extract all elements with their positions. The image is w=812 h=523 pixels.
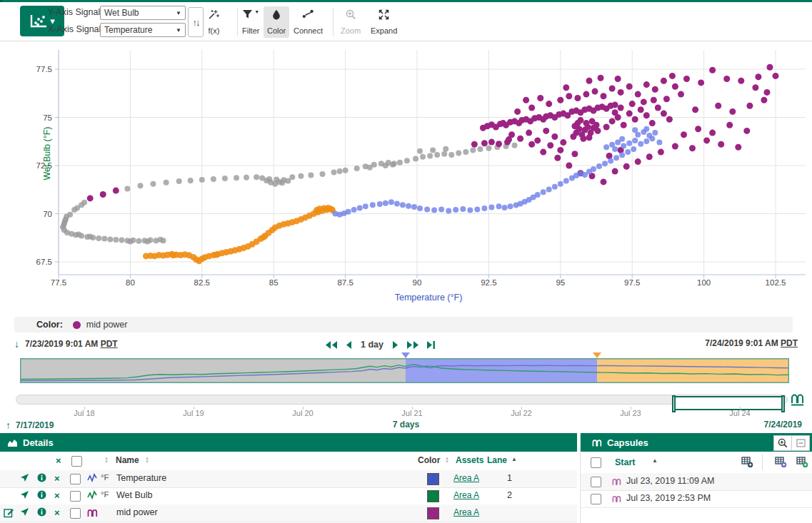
info-icon[interactable] xyxy=(37,490,46,502)
asset-link[interactable]: Area A xyxy=(453,507,479,517)
zoom-magnifier-icon xyxy=(346,9,356,20)
step-forward-full-icon[interactable] xyxy=(406,340,419,350)
sort-ascending-icon[interactable]: ▲ xyxy=(511,456,517,462)
details-row-temperature[interactable]: × °F Temperature Area A 1 xyxy=(0,470,577,488)
header-divider xyxy=(762,455,763,470)
capsules-icon xyxy=(592,437,602,447)
capsule-checkbox[interactable] xyxy=(591,494,601,504)
unit-label: °F xyxy=(101,473,109,482)
fx-button[interactable]: f(x) xyxy=(204,6,224,38)
x-axis-title: Temperature (°F) xyxy=(336,293,521,303)
info-icon[interactable] xyxy=(37,507,46,519)
svg-text:97.5: 97.5 xyxy=(624,278,640,287)
scatter-chart[interactable]: 77.58082.58587.59092.59597.5100102.567.5… xyxy=(0,41,812,317)
capsules-zoom-button[interactable] xyxy=(773,435,792,451)
navigate-icon[interactable] xyxy=(20,507,29,519)
zoom-button[interactable]: Zoom xyxy=(337,6,364,38)
capsule-checkbox[interactable] xyxy=(591,477,601,487)
legend-label: Color: xyxy=(36,320,63,330)
color-swatch[interactable] xyxy=(427,473,439,485)
capsules-column-header: Start ▲ xyxy=(581,452,812,474)
details-row-mid-power[interactable]: × mid power Area A xyxy=(0,504,577,522)
connect-button[interactable]: Connect xyxy=(290,6,326,38)
time-scrollbar-track[interactable] xyxy=(16,395,788,405)
capsule-row[interactable]: Jul 23, 2019 11:09 AM xyxy=(581,473,812,491)
assets-column-header[interactable]: Assets xyxy=(456,455,483,465)
range-start-arrow-icon[interactable]: ↓ xyxy=(14,338,19,350)
select-all-checkbox[interactable] xyxy=(71,456,82,467)
scatter-plot-canvas[interactable]: 77.58082.58587.59092.59597.5100102.567.5… xyxy=(0,41,812,317)
display-range-row: ↓ 7/23/2019 9:01 AM PDT 1 day 7/24/2019 … xyxy=(0,335,812,354)
lane-column-header[interactable]: Lane xyxy=(487,455,507,465)
sort-icon[interactable]: ▲▼ xyxy=(145,457,149,464)
expand-arrows-icon xyxy=(379,9,389,20)
svg-text:87.5: 87.5 xyxy=(337,278,353,287)
svg-text:100: 100 xyxy=(697,278,711,287)
timezone-link[interactable]: PDT xyxy=(101,339,118,349)
details-panel-header: Details xyxy=(0,433,577,452)
range-start-text[interactable]: 7/23/2019 9:01 AM PDT xyxy=(25,339,118,349)
step-back-half-icon[interactable] xyxy=(345,340,352,350)
svg-text:80: 80 xyxy=(126,278,135,287)
sort-icon[interactable]: ▲▼ xyxy=(445,457,449,464)
sort-icon[interactable]: ▲▼ xyxy=(104,457,109,464)
range-end-text[interactable]: 7/24/2019 9:01 AM PDT xyxy=(705,338,798,348)
add-condition-column-button[interactable] xyxy=(796,457,808,470)
capsules-collapse-button[interactable] xyxy=(791,435,810,451)
step-forward-half-icon[interactable] xyxy=(392,340,399,350)
investigate-duration-label[interactable]: 7 days xyxy=(393,420,419,430)
row-checkbox[interactable] xyxy=(70,491,81,502)
time-scrollbar-row xyxy=(0,392,812,407)
color-swatch[interactable] xyxy=(427,507,439,519)
color-column-header[interactable]: Color xyxy=(418,455,440,465)
step-to-end-icon[interactable] xyxy=(426,340,436,350)
magnifier-plus-icon xyxy=(778,438,788,448)
edit-icon[interactable] xyxy=(4,507,14,520)
row-checkbox[interactable] xyxy=(70,474,81,484)
svg-text:77.5: 77.5 xyxy=(51,278,66,287)
name-column-header[interactable]: Name xyxy=(116,455,139,465)
timezone-link[interactable]: PDT xyxy=(781,338,798,348)
color-swatch[interactable] xyxy=(427,490,439,502)
remove-icon[interactable]: × xyxy=(54,508,60,517)
select-all-capsules-checkbox[interactable] xyxy=(591,457,601,468)
row-checkbox[interactable] xyxy=(70,508,81,519)
step-duration-label[interactable]: 1 day xyxy=(361,340,384,350)
trend-timeline-strip[interactable] xyxy=(20,352,789,385)
swap-axes-button[interactable]: ↑↓ xyxy=(188,7,204,37)
remove-all-icon[interactable]: × xyxy=(56,456,61,465)
timeline-canvas[interactable] xyxy=(20,352,789,385)
add-column-button[interactable] xyxy=(741,457,753,470)
details-row-wet-bulb[interactable]: × °F Wet Bulb Area A 2 xyxy=(0,487,577,505)
investigate-end-date[interactable]: 7/24/2019 xyxy=(764,420,802,430)
toolbar-divider xyxy=(237,8,238,36)
select-caret-icon: ▼ xyxy=(176,10,181,16)
area-chart-icon xyxy=(7,437,18,447)
range-step-controls: 1 day xyxy=(325,335,436,354)
start-column-header[interactable]: Start xyxy=(615,457,635,467)
y-axis-signal-value: Wet Bulb xyxy=(104,8,139,18)
sort-ascending-icon[interactable]: ▲ xyxy=(652,457,658,464)
asset-link[interactable]: Area A xyxy=(453,490,479,500)
filter-button[interactable]: ▼ Filter xyxy=(239,6,263,38)
capsule-time-toggle-icon[interactable] xyxy=(791,392,805,408)
add-signal-column-button[interactable] xyxy=(775,457,787,470)
day-label: Jul 23 xyxy=(620,409,641,417)
navigate-icon[interactable] xyxy=(20,473,29,484)
capsule-start-time: Jul 23, 2019 2:53 PM xyxy=(626,493,711,503)
asset-link[interactable]: Area A xyxy=(453,473,479,483)
navigate-icon[interactable] xyxy=(20,490,29,502)
step-back-full-icon[interactable] xyxy=(325,340,338,350)
details-column-header: × ▲▼ Name ▲▼ Color ▲▼ Assets Lane ▲ xyxy=(0,452,577,471)
x-axis-signal-value: Temperature xyxy=(104,25,152,35)
remove-icon[interactable]: × xyxy=(54,491,60,500)
y-axis-signal-select[interactable]: Wet Bulb ▼ xyxy=(100,6,186,20)
color-button[interactable]: Color xyxy=(264,6,289,38)
filter-caret-icon: ▼ xyxy=(254,9,259,14)
capsule-row[interactable]: Jul 23, 2019 2:53 PM xyxy=(581,490,812,508)
expand-button[interactable]: Expand xyxy=(367,6,401,38)
svg-text:67.5: 67.5 xyxy=(36,258,52,266)
x-axis-signal-select[interactable]: Temperature ▼ xyxy=(100,23,186,37)
info-icon[interactable] xyxy=(37,473,46,484)
remove-icon[interactable]: × xyxy=(54,474,60,483)
